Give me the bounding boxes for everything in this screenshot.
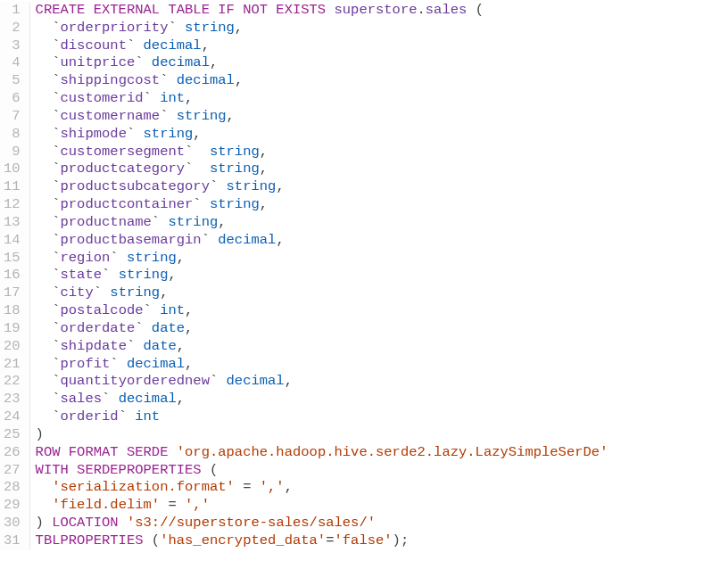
token-punct: `: [210, 373, 227, 389]
token-type: string: [210, 144, 260, 160]
token-ident: sales: [426, 2, 467, 18]
token-punct: (: [144, 532, 161, 548]
token-str: 's3://superstore-sales/sales/': [127, 515, 376, 531]
code-line[interactable]: 'field.delim' = ',': [36, 497, 608, 515]
code-editor[interactable]: 1234567891011121314151617181920212223242…: [0, 2, 728, 550]
token-punct: ,: [276, 178, 284, 194]
token-type: date: [144, 338, 177, 354]
token-punct: ,: [185, 302, 193, 318]
token-type: string: [177, 108, 227, 124]
token-str: 'field.delim': [52, 497, 160, 513]
code-line[interactable]: TBLPROPERTIES ('has_encrypted_data'='fal…: [36, 532, 608, 550]
code-line[interactable]: `productcategory` string,: [36, 161, 608, 178]
token-punct: ,: [260, 161, 268, 177]
code-line[interactable]: `shipmode` string,: [36, 126, 608, 144]
token-str: 'has_encrypted_data': [160, 532, 326, 548]
line-number: 29: [0, 497, 22, 515]
token-type: string: [210, 196, 260, 212]
code-line[interactable]: `customerid` int,: [36, 90, 608, 108]
line-number: 14: [0, 232, 22, 250]
code-line[interactable]: `discount` decimal,: [36, 37, 608, 55]
token-punct: `: [36, 108, 61, 124]
token-kw: TBLPROPERTIES: [36, 532, 144, 548]
code-line[interactable]: `orderid` int: [36, 408, 608, 426]
code-line[interactable]: `city` string,: [36, 284, 608, 302]
token-punct: ,: [202, 37, 210, 54]
token-str: 'org.apache.hadoop.hive.serde2.lazy.Lazy…: [177, 444, 608, 460]
token-type: string: [168, 214, 218, 230]
line-number: 13: [0, 214, 22, 232]
code-line[interactable]: `productsubcategory` string,: [36, 178, 608, 196]
token-punct: `: [102, 391, 119, 407]
code-line[interactable]: `state` string,: [36, 267, 608, 284]
token-punct: `: [36, 126, 61, 142]
code-line[interactable]: `quantityorderednew` decimal,: [36, 373, 608, 391]
token-type: string: [110, 284, 160, 301]
line-number: 20: [0, 338, 22, 356]
code-line[interactable]: `profit` decimal,: [36, 356, 608, 374]
token-type: date: [152, 320, 185, 336]
token-ident: productname: [61, 214, 152, 230]
token-punct: `: [152, 214, 169, 230]
token-punct: `: [36, 391, 61, 407]
code-line[interactable]: ): [36, 426, 608, 444]
code-line[interactable]: `customername` string,: [36, 108, 608, 126]
token-punct: `: [36, 373, 61, 389]
line-number: 22: [0, 373, 22, 391]
code-line[interactable]: `region` string,: [36, 250, 608, 268]
token-ident: unitprice: [61, 54, 136, 70]
code-line[interactable]: `productname` string,: [36, 214, 608, 232]
code-line[interactable]: `shipdate` date,: [36, 338, 608, 356]
token-punct: `: [135, 54, 152, 70]
token-punct: ,: [168, 267, 176, 283]
code-line[interactable]: ) LOCATION 's3://superstore-sales/sales/…: [36, 515, 608, 532]
token-punct: `: [36, 214, 61, 230]
token-punct: `: [36, 90, 61, 106]
token-punct: `: [36, 37, 61, 54]
code-line[interactable]: `shippingcost` decimal,: [36, 72, 608, 90]
token-punct: (: [467, 2, 484, 18]
token-punct: =: [160, 497, 185, 513]
line-number: 19: [0, 320, 22, 338]
token-punct: `: [127, 126, 144, 142]
code-line[interactable]: WITH SERDEPROPERTIES (: [36, 462, 608, 480]
code-line[interactable]: `orderdate` date,: [36, 320, 608, 338]
token-punct: `: [36, 178, 61, 194]
token-punct: `: [36, 196, 61, 212]
token-punct: `: [185, 161, 210, 177]
code-line[interactable]: `unitprice` decimal,: [36, 54, 608, 72]
line-number: 2: [0, 20, 22, 37]
code-line[interactable]: `postalcode` int,: [36, 302, 608, 320]
line-number: 6: [0, 90, 22, 108]
token-ident: orderpriority: [61, 20, 169, 36]
token-punct: `: [36, 72, 61, 88]
line-number-gutter: 1234567891011121314151617181920212223242…: [0, 2, 30, 550]
code-line[interactable]: `orderpriority` string,: [36, 20, 608, 37]
token-type: int: [160, 90, 185, 106]
code-line[interactable]: `productbasemargin` decimal,: [36, 232, 608, 250]
code-line[interactable]: `customersegment` string,: [36, 144, 608, 161]
code-line[interactable]: 'serialization.format' = ',',: [36, 479, 608, 497]
line-number: 16: [0, 267, 22, 284]
token-ident: city: [61, 284, 94, 301]
line-number: 24: [0, 408, 22, 426]
token-punct: `: [36, 144, 61, 160]
token-ident: productsubcategory: [61, 178, 210, 194]
code-line[interactable]: ROW FORMAT SERDE 'org.apache.hadoop.hive…: [36, 444, 608, 462]
token-ident: customersegment: [61, 144, 186, 160]
line-number: 5: [0, 72, 22, 90]
code-line[interactable]: `productcontainer` string,: [36, 196, 608, 214]
token-punct: `: [36, 54, 61, 70]
token-punct: ): [36, 515, 53, 531]
token-punct: ,: [276, 232, 284, 248]
token-punct: `: [110, 250, 127, 266]
line-number: 21: [0, 356, 22, 374]
code-line[interactable]: CREATE EXTERNAL TABLE IF NOT EXISTS supe…: [36, 2, 608, 20]
token-punct: ,: [285, 373, 293, 389]
token-punct: `: [36, 250, 61, 266]
code-area[interactable]: CREATE EXTERNAL TABLE IF NOT EXISTS supe…: [30, 2, 608, 550]
token-ident: orderid: [61, 408, 119, 425]
code-line[interactable]: `sales` decimal,: [36, 391, 608, 408]
token-punct: ,: [260, 144, 268, 160]
token-punct: `: [160, 72, 177, 88]
